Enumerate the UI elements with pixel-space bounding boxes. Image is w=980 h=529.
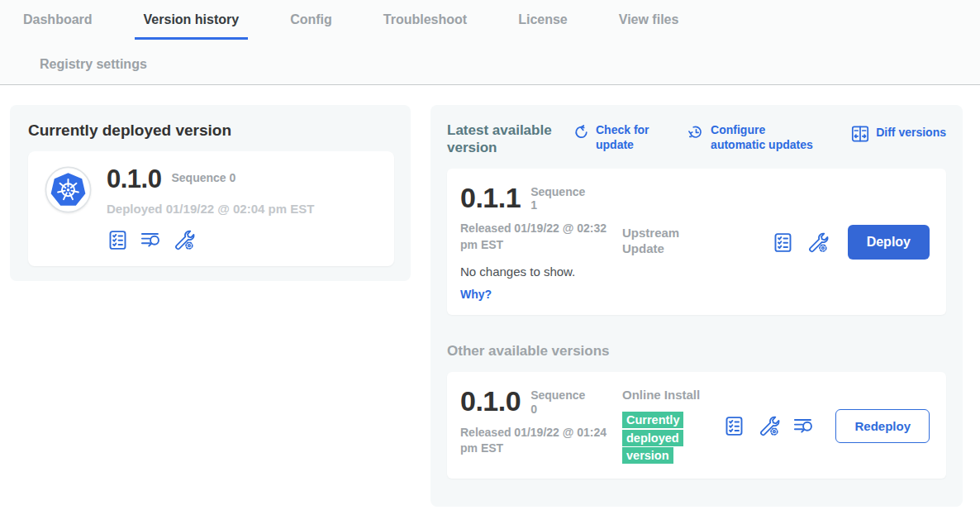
tab-troubleshoot[interactable]: Troubleshoot bbox=[383, 12, 467, 28]
tab-version-history[interactable]: Version history bbox=[135, 12, 249, 40]
configure-automatic-updates-link[interactable]: Configure automatic updates bbox=[687, 123, 820, 152]
latest-version-source: Upstream Update bbox=[622, 183, 715, 257]
other-version-card: 0.1.0 Sequence 0 Released 01/19/22 @ 01:… bbox=[447, 372, 946, 479]
latest-version-info: 0.1.1 Sequence 1 Released 01/19/22 @ 02:… bbox=[460, 183, 622, 303]
tab-registry-settings[interactable]: Registry settings bbox=[40, 57, 147, 71]
configure-automatic-updates-label: Configure automatic updates bbox=[711, 123, 820, 152]
deployed-version-info: 0.1.0 Sequence 0 Deployed 01/19/22 @ 02:… bbox=[107, 166, 314, 251]
config-wrench-icon[interactable] bbox=[806, 231, 829, 254]
preflight-checklist-icon[interactable] bbox=[723, 415, 745, 437]
other-version-actions: Redeploy bbox=[723, 409, 930, 443]
tab-config[interactable]: Config bbox=[290, 12, 332, 28]
tab-license[interactable]: License bbox=[518, 12, 568, 28]
kubernetes-logo-icon bbox=[45, 166, 92, 217]
check-for-update-label: Check for update bbox=[596, 123, 657, 152]
currently-deployed-badge-wrap: Currently deployed version bbox=[622, 412, 692, 465]
other-version-info: 0.1.0 Sequence 0 Released 01/19/22 @ 01:… bbox=[460, 387, 622, 457]
other-version-source: Online Install bbox=[622, 387, 715, 403]
no-changes-text: No changes to show. bbox=[460, 264, 622, 279]
release-notes-icon[interactable] bbox=[792, 415, 815, 437]
nav-row-primary: Dashboard Version history Config Trouble… bbox=[0, 12, 980, 40]
other-version-source-col: Online Install Currently deployed versio… bbox=[622, 387, 715, 465]
top-nav: Dashboard Version history Config Trouble… bbox=[0, 0, 980, 85]
check-for-update-link[interactable]: Check for update bbox=[573, 123, 657, 152]
deployed-timestamp: Deployed 01/19/22 @ 02:04 pm EST bbox=[107, 202, 314, 216]
latest-released-timestamp: Released 01/19/22 @ 02:32 pm EST bbox=[460, 221, 616, 253]
latest-version-card: 0.1.1 Sequence 1 Released 01/19/22 @ 02:… bbox=[447, 169, 946, 316]
deploy-button[interactable]: Deploy bbox=[848, 225, 930, 260]
other-released-timestamp: Released 01/19/22 @ 01:24 pm EST bbox=[460, 425, 616, 457]
redeploy-button[interactable]: Redeploy bbox=[835, 409, 930, 443]
currently-deployed-panel: Currently deployed version 0.1.0 Sequenc… bbox=[10, 105, 411, 281]
available-versions-panel: Latest available version Check for updat… bbox=[431, 105, 963, 507]
diff-icon bbox=[850, 124, 870, 144]
deployed-sequence-label: Sequence 0 bbox=[171, 171, 235, 185]
why-link[interactable]: Why? bbox=[460, 288, 492, 301]
latest-available-title: Latest available version bbox=[447, 122, 569, 157]
other-sequence-label: Sequence 0 bbox=[530, 388, 585, 417]
refresh-arrow-icon bbox=[573, 124, 590, 141]
config-wrench-icon[interactable] bbox=[758, 415, 780, 437]
deployed-version-card: 0.1.0 Sequence 0 Deployed 01/19/22 @ 02:… bbox=[28, 151, 394, 266]
diff-versions-label: Diff versions bbox=[876, 126, 946, 141]
preflight-checklist-icon[interactable] bbox=[107, 229, 129, 251]
diff-versions-link[interactable]: Diff versions bbox=[850, 123, 946, 144]
latest-version-actions: Deploy bbox=[772, 225, 930, 260]
content-area: Currently deployed version 0.1.0 Sequenc… bbox=[0, 85, 980, 507]
nav-row-secondary: Registry settings bbox=[0, 40, 980, 84]
release-notes-icon[interactable] bbox=[140, 229, 162, 251]
config-wrench-icon[interactable] bbox=[173, 229, 195, 251]
deployed-version-number: 0.1.0 bbox=[107, 166, 161, 192]
version-actions: Check for update Configure automatic upd… bbox=[569, 122, 946, 152]
currently-deployed-title: Currently deployed version bbox=[28, 122, 394, 140]
other-available-versions-title: Other available versions bbox=[447, 343, 946, 360]
latest-version-header: Latest available version Check for updat… bbox=[447, 122, 946, 157]
latest-sequence-label: Sequence 1 bbox=[530, 185, 585, 213]
tab-view-files[interactable]: View files bbox=[619, 12, 679, 28]
tab-dashboard[interactable]: Dashboard bbox=[23, 12, 93, 28]
latest-version-number: 0.1.1 bbox=[460, 183, 521, 212]
scheduled-update-icon bbox=[687, 124, 705, 141]
currently-deployed-badge: Currently deployed version bbox=[622, 412, 683, 465]
preflight-checklist-icon[interactable] bbox=[772, 231, 794, 254]
other-version-number: 0.1.0 bbox=[460, 387, 521, 415]
